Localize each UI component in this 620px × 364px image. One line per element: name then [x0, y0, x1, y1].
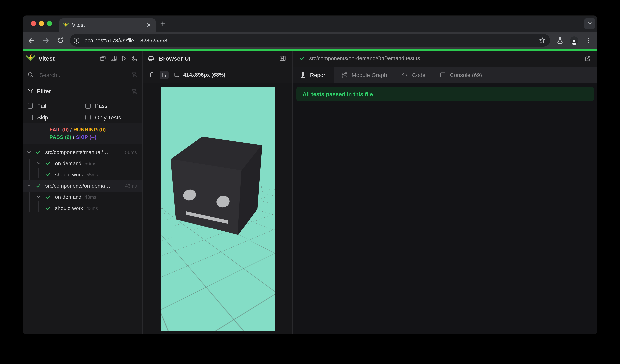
filter-title: Filter: [37, 88, 51, 94]
filter-funnel-icon: [27, 88, 33, 94]
all-tests-passed-banner: All tests passed in this file: [296, 87, 594, 101]
report-content: All tests passed in this file: [293, 83, 597, 334]
chevron-down-icon: [588, 21, 592, 26]
clear-search-filter-icon[interactable]: [131, 72, 142, 78]
sidebar: Vitest Search...: [23, 50, 142, 334]
bookmark-star-icon[interactable]: [539, 37, 545, 44]
address-bar[interactable]: localhost:5173/#/?file=1828625563: [70, 34, 550, 47]
device-toolbar: 414x896px (68%): [142, 67, 293, 83]
tree-suite-row[interactable]: on demand 56ms: [23, 158, 142, 169]
clear-filters-icon[interactable]: [131, 88, 137, 94]
filter-section: Filter Fail Pass Skip Only Tests: [23, 83, 142, 123]
report-clipboard-icon: [300, 72, 306, 78]
menu-kebab-icon[interactable]: [583, 34, 595, 46]
search-icon: [27, 72, 33, 78]
pass-check-icon: [45, 172, 51, 177]
experiments-flask-icon[interactable]: [554, 34, 566, 46]
tab-report[interactable]: Report: [293, 67, 334, 83]
tree-test-row[interactable]: should work 43ms: [23, 203, 142, 214]
globe-icon: [148, 56, 154, 62]
filter-checkbox-only-tests[interactable]: Only Tests: [85, 112, 137, 123]
chevron-down-icon: [27, 184, 31, 188]
search-row: Search...: [23, 67, 142, 83]
back-button[interactable]: [25, 34, 37, 46]
test-summary: FAIL (0)/RUNNING (0) PASS (2)/SKIP (--): [23, 123, 142, 144]
console-panel-icon: [440, 72, 446, 78]
reload-icon: [57, 37, 64, 44]
pass-check-icon: [35, 183, 41, 188]
search-input[interactable]: Search...: [39, 72, 62, 78]
run-all-play-icon[interactable]: [121, 55, 127, 62]
tree-file-row-selected[interactable]: src/components/on-dema… 43ms: [23, 180, 142, 191]
browser-toolbar: localhost:5173/#/?file=1828625563: [23, 31, 597, 49]
tab-strip: Vitest: [23, 15, 597, 31]
app-title: Vitest: [38, 55, 55, 62]
tree-suite-row[interactable]: on demand 43ms: [23, 191, 142, 203]
preview-content: [142, 83, 293, 334]
tab-code[interactable]: Code: [394, 67, 433, 83]
tab-title: Vitest: [72, 22, 146, 28]
code-brackets-icon: [402, 72, 408, 78]
browser-tab[interactable]: Vitest: [59, 18, 155, 31]
preview-panel: Browser UI 414x896px (68%): [142, 50, 293, 334]
tree-file-row[interactable]: src/components/manual/… 56ms: [23, 147, 142, 158]
dark-mode-moon-icon[interactable]: [131, 55, 138, 62]
tab-close-icon[interactable]: [146, 22, 152, 28]
close-window-button[interactable]: [31, 21, 36, 26]
url-text: localhost:5173/#/?file=1828625563: [83, 37, 167, 43]
device-viewport[interactable]: [161, 87, 275, 331]
back-arrow-icon: [28, 37, 35, 44]
sidebar-header: Vitest: [23, 50, 142, 67]
forward-button[interactable]: [40, 34, 52, 46]
report-tabs: Report Module Graph Code Console (69): [293, 67, 597, 83]
summary-line-1: FAIL (0)/RUNNING (0): [49, 126, 142, 133]
preview-title: Browser UI: [159, 55, 190, 62]
profile-button[interactable]: [568, 34, 580, 46]
pass-check-icon: [45, 194, 51, 200]
filter-checkbox-pass[interactable]: Pass: [85, 100, 137, 112]
report-header: src/components/on-demand/OnDemand.test.t…: [293, 50, 597, 67]
vitest-logo-icon: [26, 54, 35, 63]
preview-header: Browser UI: [142, 50, 293, 67]
info-icon[interactable]: [73, 37, 80, 44]
tab-module-graph[interactable]: Module Graph: [334, 67, 394, 83]
chevron-down-icon: [36, 195, 41, 199]
summary-line-2: PASS (2)/SKIP (--): [49, 133, 142, 141]
module-graph-icon: [341, 72, 348, 78]
forward-arrow-icon: [42, 37, 49, 44]
tab-search-button[interactable]: [584, 18, 595, 29]
filter-checkbox-skip[interactable]: Skip: [27, 112, 85, 123]
phone-new-icon: [161, 72, 167, 78]
vitest-favicon-icon: [63, 22, 69, 28]
report-panel: src/components/on-demand/OnDemand.test.t…: [293, 50, 597, 334]
zoom-window-button[interactable]: [46, 21, 52, 26]
robot-cube: [161, 87, 275, 331]
minimize-window-button[interactable]: [39, 21, 44, 26]
filter-checkbox-fail[interactable]: Fail: [27, 100, 85, 112]
pass-check-icon: [45, 205, 51, 211]
new-tab-button[interactable]: [158, 18, 168, 29]
device-phone-active-button[interactable]: [160, 71, 168, 79]
tablet-icon[interactable]: [174, 72, 180, 78]
tab-console[interactable]: Console (69): [433, 67, 489, 83]
pass-check-icon: [299, 56, 305, 62]
open-panel-right-icon[interactable]: [279, 55, 293, 62]
pass-check-icon: [45, 161, 51, 166]
chevron-down-icon: [36, 161, 41, 166]
test-tree: src/components/manual/… 56ms on demand 5…: [23, 144, 142, 334]
report-file-path: src/components/on-demand/OnDemand.test.t…: [309, 56, 420, 62]
avatar: [570, 36, 578, 44]
pass-check-icon: [35, 150, 41, 155]
dashboard-icon[interactable]: [110, 55, 117, 62]
phone-icon[interactable]: [149, 72, 155, 78]
chevron-down-icon: [27, 150, 31, 154]
window-restore-icon[interactable]: [99, 55, 106, 62]
viewport-size-label: 414x896px (68%): [183, 72, 225, 78]
tree-test-row[interactable]: should work 55ms: [23, 169, 142, 180]
traffic-lights: [31, 21, 52, 26]
browser-window: Vitest localho: [23, 15, 597, 334]
screen: Vitest localho: [0, 0, 620, 364]
vitest-app: Vitest Search...: [23, 50, 597, 334]
external-link-icon[interactable]: [584, 56, 591, 62]
reload-button[interactable]: [54, 34, 66, 46]
